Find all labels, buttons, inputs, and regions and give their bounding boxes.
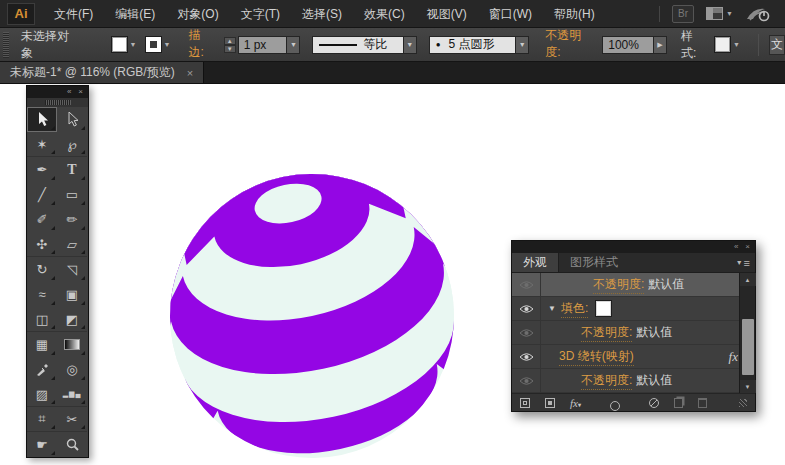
tool-rectangle[interactable]: ▭ xyxy=(57,182,87,207)
scrollbar-thumb[interactable] xyxy=(742,319,754,375)
eye-icon xyxy=(519,352,534,362)
scroll-down-icon[interactable]: ▼ xyxy=(740,380,756,393)
mesh-icon: ▦ xyxy=(36,337,48,352)
duplicate-item-icon[interactable] xyxy=(674,398,683,408)
add-new-stroke-icon[interactable] xyxy=(520,398,530,408)
symbol-sprayer-icon: ▨ xyxy=(36,387,48,402)
appearance-footer: fx▾ xyxy=(512,393,755,411)
panel-resize-grip[interactable] xyxy=(739,399,747,407)
tools-panel-grip[interactable] xyxy=(27,98,88,107)
tool-line-segment[interactable]: ╱ xyxy=(27,182,57,207)
fill-link[interactable]: 填色: xyxy=(561,300,588,318)
rectangle-icon: ▭ xyxy=(66,187,78,202)
tool-slice[interactable]: ✂ xyxy=(57,407,87,432)
clear-appearance-slash-icon[interactable] xyxy=(649,398,659,408)
panel-menu-icon[interactable]: ▼≡ xyxy=(736,253,749,272)
tool-width[interactable]: ≈ xyxy=(27,282,57,307)
tool-eraser[interactable]: ▱ xyxy=(57,232,87,257)
close-icon[interactable]: × xyxy=(78,88,83,96)
tool-scale[interactable]: ◹ xyxy=(57,257,87,282)
rotate-icon: ↻ xyxy=(37,262,48,277)
tool-selection[interactable] xyxy=(27,107,57,132)
eye-icon xyxy=(519,280,534,290)
tool-direct-selection[interactable] xyxy=(57,107,87,132)
appearance-row-fill-opacity[interactable]: 不透明度: 默认值 xyxy=(512,321,755,345)
tool-gradient[interactable] xyxy=(57,332,87,357)
tool-blob-brush[interactable]: ✣ xyxy=(27,232,57,257)
close-icon[interactable]: × xyxy=(745,243,750,251)
magic-wand-icon: ✶ xyxy=(37,137,48,152)
tool-magic-wand[interactable]: ✶ xyxy=(27,132,57,157)
tools-panel-header: « × xyxy=(27,86,88,98)
selection-arrow-icon xyxy=(36,112,49,127)
appearance-tabs: 外观 图形样式 ▼≡ xyxy=(512,253,755,273)
pen-icon: ✒ xyxy=(37,162,48,177)
opacity-link[interactable]: 不透明度: xyxy=(593,276,644,294)
tab-appearance[interactable]: 外观 xyxy=(512,253,559,272)
perspective-grid-icon: ◩ xyxy=(66,312,78,327)
collapse-panel-icon[interactable]: « xyxy=(67,88,71,96)
clear-appearance-icon[interactable] xyxy=(610,401,620,411)
tool-pencil[interactable]: ✏ xyxy=(57,207,87,232)
tool-paintbrush[interactable]: ✐ xyxy=(27,207,57,232)
add-new-fill-icon[interactable] xyxy=(545,398,555,408)
appearance-rows: 不透明度: 默认值 ▼ 填色: 不透明度: 默认值 3D 绕转(映射) fx xyxy=(512,273,755,393)
scale-icon: ◹ xyxy=(67,262,77,277)
visibility-toggle[interactable] xyxy=(512,297,541,320)
delete-item-icon[interactable] xyxy=(698,398,707,408)
collapse-panel-icon[interactable]: « xyxy=(734,243,738,251)
width-tool-icon: ≈ xyxy=(38,287,45,302)
eraser-icon: ▱ xyxy=(67,237,77,252)
tool-eyedropper[interactable] xyxy=(27,357,57,382)
column-graph-icon: ▂▆▄ xyxy=(63,390,82,398)
tool-pen[interactable]: ✒ xyxy=(27,157,57,182)
fx-icon: fx xyxy=(729,349,738,365)
appearance-row-opacity[interactable]: 不透明度: 默认值 xyxy=(512,273,755,297)
fill-color-swatch[interactable] xyxy=(596,301,611,316)
tool-free-transform[interactable]: ▣ xyxy=(57,282,87,307)
opacity-link[interactable]: 不透明度: xyxy=(581,324,632,342)
tool-shape-builder[interactable]: ◫ xyxy=(27,307,57,332)
tool-lasso[interactable]: ℘ xyxy=(57,132,87,157)
visibility-toggle[interactable] xyxy=(512,345,541,368)
opacity-value: 默认值 xyxy=(636,372,672,389)
tool-perspective-grid[interactable]: ◩ xyxy=(57,307,87,332)
line-icon: ╱ xyxy=(38,187,46,202)
tool-zoom[interactable] xyxy=(57,432,87,457)
tool-column-graph[interactable]: ▂▆▄ xyxy=(57,382,87,407)
tool-blend[interactable]: ◎ xyxy=(57,357,87,382)
shape-builder-icon: ◫ xyxy=(36,312,48,327)
tool-artboard[interactable]: ⌗ xyxy=(27,407,57,432)
appearance-row-fill[interactable]: ▼ 填色: xyxy=(512,297,755,321)
pencil-icon: ✏ xyxy=(67,212,78,227)
tab-graphic-styles[interactable]: 图形样式 xyxy=(559,253,629,272)
tool-hand[interactable]: ☛ xyxy=(27,432,57,457)
add-new-effect-icon[interactable]: fx▾ xyxy=(570,397,581,409)
opacity-value: 默认值 xyxy=(648,276,684,293)
tool-mesh[interactable]: ▦ xyxy=(27,332,57,357)
opacity-value: 默认值 xyxy=(636,324,672,341)
eye-icon xyxy=(519,304,534,314)
eye-icon xyxy=(519,328,534,338)
artboard-icon: ⌗ xyxy=(38,411,45,427)
tools-grid: ✶ ℘ ✒ T ╱ ▭ ✐ ✏ ✣ ▱ ↻ ◹ ≈ ▣ ◫ ◩ ▦ ◎ ▨ ▂▆… xyxy=(27,107,88,457)
blob-brush-icon: ✣ xyxy=(37,237,48,252)
blend-icon: ◎ xyxy=(66,362,77,377)
scroll-up-icon[interactable]: ▲ xyxy=(740,273,756,286)
panel-scrollbar[interactable]: ▲ ▼ xyxy=(739,273,755,393)
visibility-toggle[interactable] xyxy=(512,273,541,296)
gradient-icon xyxy=(64,339,80,350)
3d-revolve-effect-link[interactable]: 3D 绕转(映射) xyxy=(559,348,634,366)
opacity-link[interactable]: 不透明度: xyxy=(581,372,632,390)
tool-symbol-sprayer[interactable]: ▨ xyxy=(27,382,57,407)
appearance-row-item-opacity[interactable]: 不透明度: 默认值 xyxy=(512,369,755,393)
tool-type[interactable]: T xyxy=(57,157,87,182)
visibility-toggle[interactable] xyxy=(512,321,541,344)
visibility-toggle[interactable] xyxy=(512,369,541,392)
tool-rotate[interactable]: ↻ xyxy=(27,257,57,282)
appearance-row-3d-revolve[interactable]: 3D 绕转(映射) fx xyxy=(512,345,755,369)
paintbrush-icon: ✐ xyxy=(37,212,48,227)
zoom-icon xyxy=(66,438,79,451)
expand-arrow-icon[interactable]: ▼ xyxy=(548,304,556,313)
lasso-icon: ℘ xyxy=(67,137,76,152)
